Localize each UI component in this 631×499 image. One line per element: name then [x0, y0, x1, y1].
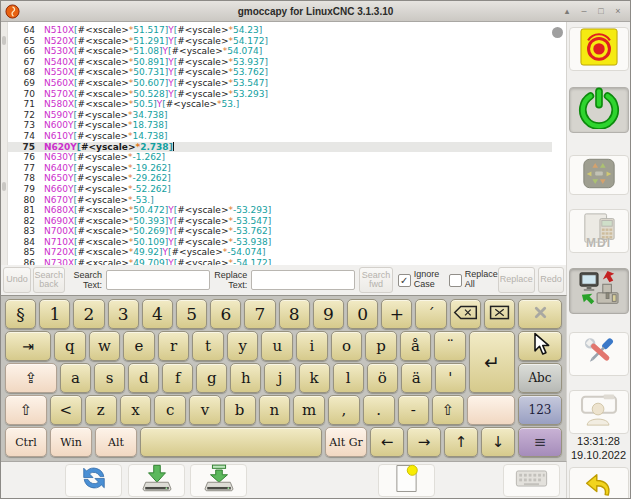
key-y[interactable]: y	[227, 331, 259, 361]
ctrl-key[interactable]: Ctrl	[5, 427, 47, 457]
apostrophe-key[interactable]: '	[435, 363, 466, 393]
edit-mode-button[interactable]	[569, 268, 629, 314]
key-w[interactable]: w	[89, 331, 121, 361]
replace-text-input[interactable]	[251, 270, 355, 290]
key-a[interactable]: a	[60, 363, 91, 393]
key-s[interactable]: s	[94, 363, 125, 393]
pointer-key[interactable]	[518, 331, 562, 361]
section-key[interactable]: §	[5, 299, 36, 329]
code-line-84[interactable]: 84N710X[#<xscale>*50.109]Y[#<yscale>*-53…	[8, 237, 552, 248]
redo-button[interactable]: Redo	[538, 267, 564, 293]
key-c[interactable]: c	[154, 395, 186, 425]
back-button[interactable]	[569, 467, 629, 499]
new-file-button[interactable]	[378, 464, 435, 497]
reload-button[interactable]	[65, 464, 122, 497]
code-line-81[interactable]: 81N680X[#<xscale>*50.472]Y[#<yscale>*-53…	[8, 205, 552, 216]
key-t[interactable]: t	[192, 331, 224, 361]
key-5[interactable]: 5	[176, 299, 207, 329]
key-0[interactable]: 0	[347, 299, 378, 329]
key-r[interactable]: r	[158, 331, 190, 361]
save-button[interactable]	[128, 464, 185, 497]
shift-left-key[interactable]: ⇧	[5, 395, 47, 425]
blank-key[interactable]	[467, 395, 515, 425]
code-line-67[interactable]: 67N540X[#<xscale>*50.891]Y[#<yscale>*53.…	[8, 57, 552, 68]
search-forward-button[interactable]: Search fwd	[359, 267, 392, 293]
code-line-70[interactable]: 70N570X[#<xscale>*50.528]Y[#<yscale>*53.…	[8, 89, 552, 100]
key-p[interactable]: p	[365, 331, 397, 361]
plus-key[interactable]: +	[381, 299, 412, 329]
period-key[interactable]: .	[363, 395, 395, 425]
replace-all-checkbox[interactable]	[449, 274, 462, 287]
search-back-button[interactable]: Search back	[33, 267, 65, 293]
caps-lock-key[interactable]: ⇪	[5, 363, 57, 393]
code-line-65[interactable]: 65N520X[#<xscale>*51.291]Y[#<yscale>*54.…	[8, 36, 552, 47]
key-l[interactable]: l	[333, 363, 364, 393]
code-line-77[interactable]: 77N640Y[#<yscale>*-19.262]	[8, 163, 552, 174]
backspace-key[interactable]	[450, 299, 481, 329]
key-4[interactable]: 4	[142, 299, 173, 329]
key-h[interactable]: h	[230, 363, 261, 393]
arrow-down-key[interactable]: ↓	[481, 427, 515, 457]
code-line-75[interactable]: 75N620Y[#<yscale>*2.738]	[8, 142, 552, 153]
arrow-up-key[interactable]: ↑	[444, 427, 478, 457]
key-i[interactable]: i	[296, 331, 328, 361]
code-line-82[interactable]: 82N690X[#<xscale>*50.393]Y[#<yscale>*-53…	[8, 216, 552, 227]
undo-button[interactable]: Undo	[3, 267, 31, 293]
code-line-64[interactable]: 64N510X[#<xscale>*51.517]Y[#<yscale>*54.…	[8, 25, 552, 36]
shift-right-key[interactable]: ⇧	[432, 395, 464, 425]
delete-key[interactable]	[484, 299, 515, 329]
minus-key[interactable]: -	[398, 395, 430, 425]
search-text-input[interactable]	[106, 270, 210, 290]
altgr-key[interactable]: Alt Gr	[325, 427, 367, 457]
machine-on-button[interactable]	[569, 87, 629, 133]
save-as-button[interactable]	[190, 464, 247, 497]
key-n[interactable]: n	[259, 395, 291, 425]
key-ö[interactable]: ö	[367, 363, 398, 393]
key-1[interactable]: 1	[39, 299, 70, 329]
code-line-80[interactable]: 80N670Y[#<yscale>*-53.]	[8, 195, 552, 206]
key-j[interactable]: j	[264, 363, 295, 393]
key-2[interactable]: 2	[73, 299, 104, 329]
settings-button[interactable]	[569, 332, 629, 376]
code-line-69[interactable]: 69N560X[#<xscale>*50.607]Y[#<yscale>*53.…	[8, 78, 552, 89]
key-u[interactable]: u	[261, 331, 293, 361]
hide-keyboard-key[interactable]	[518, 299, 562, 329]
key-q[interactable]: q	[54, 331, 86, 361]
key-e[interactable]: e	[123, 331, 155, 361]
minimize-button[interactable]: –	[577, 5, 591, 18]
estop-button[interactable]	[569, 27, 629, 71]
key-b[interactable]: b	[224, 395, 256, 425]
key-o[interactable]: o	[331, 331, 363, 361]
keyboard-toggle-button[interactable]	[503, 464, 560, 497]
code-line-74[interactable]: 74N610Y[#<yscale>*14.738]	[8, 131, 552, 142]
user-button[interactable]	[569, 390, 629, 434]
numeric-layout-key[interactable]: 123	[518, 395, 562, 425]
maximize-button[interactable]: □	[594, 5, 608, 18]
code-line-68[interactable]: 68N550X[#<xscale>*50.731]Y[#<yscale>*53.…	[8, 67, 552, 78]
key-9[interactable]: 9	[313, 299, 344, 329]
key-m[interactable]: m	[293, 395, 325, 425]
key-3[interactable]: 3	[108, 299, 139, 329]
key-z[interactable]: z	[85, 395, 117, 425]
diaeresis-key[interactable]: ¨	[434, 331, 466, 361]
mdi-mode-button[interactable]: MDI	[569, 209, 629, 253]
close-button[interactable]: ×	[611, 5, 625, 18]
menu-key[interactable]: ≡	[518, 427, 562, 457]
ignore-case-checkbox[interactable]: ✓	[398, 274, 411, 287]
arrow-right-key[interactable]: →	[407, 427, 441, 457]
key-f[interactable]: f	[162, 363, 193, 393]
code-line-83[interactable]: 83N700X[#<xscale>*50.269]Y[#<yscale>*-53…	[8, 226, 552, 237]
acute-key[interactable]: ´	[415, 299, 446, 329]
code-line-73[interactable]: 73N600Y[#<yscale>*18.738]	[8, 120, 552, 131]
key-ä[interactable]: ä	[401, 363, 432, 393]
code-line-78[interactable]: 78N650Y[#<yscale>*-29.262]	[8, 173, 552, 184]
key-8[interactable]: 8	[279, 299, 310, 329]
code-line-79[interactable]: 79N660Y[#<yscale>*-52.262]	[8, 184, 552, 195]
editor-scrollbar-thumb[interactable]	[552, 27, 563, 38]
code-line-86[interactable]: 86N730X[#<xscale>*49.709]Y[#<yscale>*-54…	[8, 258, 552, 265]
win-key[interactable]: Win	[50, 427, 92, 457]
enter-key[interactable]: ↵	[469, 331, 515, 393]
key-d[interactable]: d	[128, 363, 159, 393]
key-k[interactable]: k	[299, 363, 330, 393]
arrow-left-key[interactable]: ←	[370, 427, 404, 457]
